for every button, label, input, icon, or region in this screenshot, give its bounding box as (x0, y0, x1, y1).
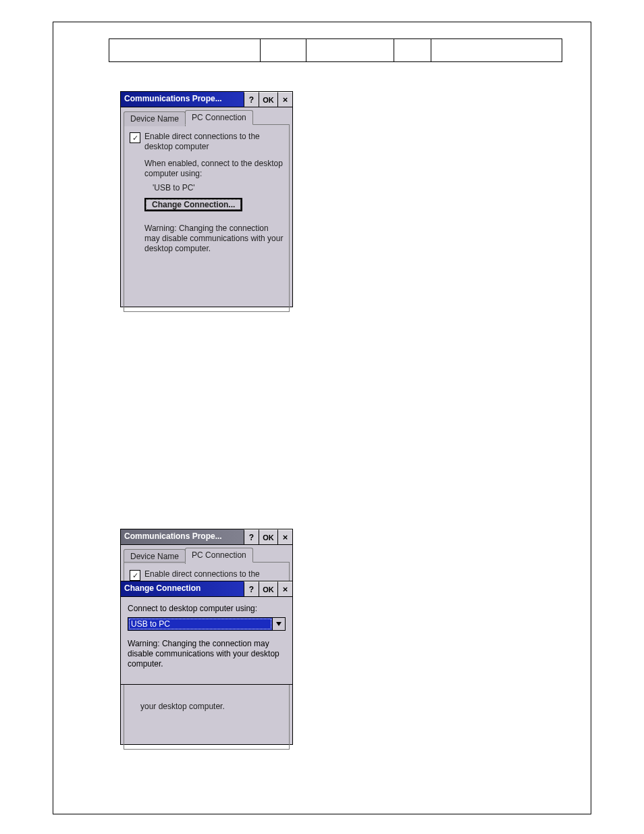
header-cell-4 (394, 39, 431, 61)
window-title: Communications Prope... (121, 92, 244, 107)
enable-connection-row: ✓ Enable direct connections to the (130, 569, 284, 581)
page-frame: Communications Prope... ? OK × Device Na… (53, 22, 591, 814)
enable-connection-label-partial: Enable direct connections to the (144, 569, 260, 579)
tab-pc-connection[interactable]: PC Connection (185, 110, 253, 125)
communications-properties-window: Communications Prope... ? OK × Device Na… (120, 91, 293, 307)
document-page: Communications Prope... ? OK × Device Na… (0, 0, 644, 834)
dialog-body: Connect to desktop computer using: USB t… (121, 597, 292, 675)
close-button[interactable]: × (277, 92, 292, 107)
change-connection-warning: Warning: Changing the connection may dis… (128, 639, 286, 669)
change-connection-window: Change Connection ? OK × Connect to desk… (120, 581, 293, 685)
help-button[interactable]: ? (244, 581, 259, 596)
titlebar: Communications Prope... ? OK × (121, 92, 292, 107)
close-button[interactable]: × (277, 529, 292, 544)
change-connection-warning: Warning: Changing the connection may dis… (144, 224, 284, 254)
tab-strip: Device Name PC Connection (124, 110, 290, 125)
window-title: Change Connection (121, 581, 244, 596)
svg-marker-0 (276, 622, 281, 626)
dialog-body: Device Name PC Connection ✓ Enable direc… (121, 107, 292, 315)
connection-select[interactable]: USB to PC (128, 617, 286, 631)
chevron-down-icon (276, 622, 281, 626)
enable-connection-checkbox[interactable]: ✓ (130, 132, 140, 143)
header-cell-2 (261, 39, 306, 61)
enable-connection-checkbox[interactable]: ✓ (130, 570, 140, 581)
when-enabled-text: When enabled, connect to the desktop com… (144, 159, 284, 179)
ok-button[interactable]: OK (259, 529, 277, 544)
titlebar: Communications Prope... ? OK × (121, 529, 292, 545)
close-button[interactable]: × (277, 581, 292, 596)
tab-pane-pc-connection: ✓ Enable direct connections to the deskt… (124, 124, 290, 312)
header-cell-5 (431, 39, 562, 61)
current-connection-value: 'USB to PC' (153, 183, 284, 192)
window-title: Communications Prope... (121, 529, 244, 544)
change-connection-button[interactable]: Change Connection... (144, 198, 242, 211)
dropdown-button[interactable] (272, 618, 285, 630)
header-table (109, 38, 562, 62)
tab-device-name[interactable]: Device Name (124, 111, 186, 126)
connection-select-value: USB to PC (128, 618, 272, 630)
tab-strip: Device Name PC Connection (124, 548, 290, 563)
titlebar: Change Connection ? OK × (121, 581, 292, 597)
enable-connection-row: ✓ Enable direct connections to the deskt… (130, 132, 284, 152)
help-button[interactable]: ? (244, 529, 259, 544)
header-cell-3 (306, 39, 394, 61)
ok-button[interactable]: OK (259, 92, 277, 107)
enable-connection-label: Enable direct connections to the desktop… (144, 132, 284, 152)
warning-text-partial: your desktop computer. (140, 702, 225, 711)
connect-using-label: Connect to desktop computer using: (128, 604, 286, 613)
ok-button[interactable]: OK (259, 581, 277, 596)
help-button[interactable]: ? (244, 92, 259, 107)
tab-pc-connection[interactable]: PC Connection (185, 548, 253, 563)
header-cell-1 (109, 39, 261, 61)
